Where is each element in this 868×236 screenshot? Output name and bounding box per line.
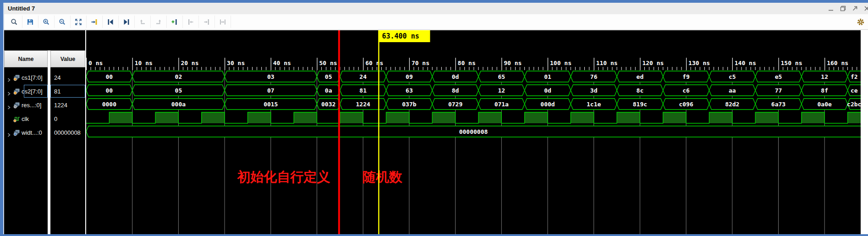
clock-high-fill	[571, 112, 593, 123]
save-icon[interactable]	[22, 16, 38, 28]
bus-value: 0a0e	[818, 101, 832, 108]
bus-orange-icon	[13, 74, 20, 83]
clock-high-fill	[525, 112, 548, 123]
bus-value: 000d	[540, 101, 555, 108]
go-to-last-time-icon[interactable]	[119, 16, 135, 28]
bus-value: 8f	[821, 87, 828, 94]
bus-value: 0d	[544, 87, 551, 94]
bus-value: 82d2	[725, 101, 739, 108]
expand-chevron-icon[interactable]	[7, 103, 11, 111]
window-title: Untitled 7	[8, 5, 35, 12]
restore-icon[interactable]	[840, 5, 846, 11]
waveform-canvas[interactable]: 0 ns10 ns20 ns30 ns40 ns50 ns60 ns70 ns8…	[86, 30, 861, 236]
clock-high-fill	[432, 112, 455, 123]
bus-value: 63	[406, 87, 413, 94]
clock-high-fill	[155, 112, 178, 123]
clock-high-fill	[386, 112, 409, 123]
bus-value: 12	[821, 73, 828, 80]
find-icon[interactable]	[6, 16, 22, 28]
previous-marker-icon[interactable]	[183, 16, 199, 28]
bus-value: 0729	[448, 101, 462, 108]
titlebar[interactable]: Untitled 7	[4, 3, 868, 15]
signal-name: clk	[22, 112, 29, 126]
clock-high-fill	[247, 112, 270, 123]
bus-value: 3d	[590, 87, 598, 94]
bus-value: 81	[359, 87, 367, 94]
bus-value: 8c	[637, 87, 644, 94]
wave-row-widt...:0: 00000008	[86, 126, 861, 137]
minimize-icon[interactable]	[828, 5, 834, 11]
bus-gray-icon	[13, 102, 20, 110]
bus-value: 77	[775, 87, 782, 94]
signal-row-widt...:0[interactable]: widt...:000000008	[4, 126, 85, 139]
selected-value-outline	[50, 85, 85, 98]
signal-row-res...:0][interactable]: res...:0]1224	[4, 99, 85, 112]
bus-value: 0000	[102, 101, 116, 108]
zoom-to-cursor-icon[interactable]	[87, 16, 103, 28]
clock-icon	[13, 115, 20, 124]
annotation-text: 随机数	[363, 169, 402, 185]
bus-value: 07	[267, 87, 275, 94]
clock-high-fill	[802, 112, 824, 123]
svg-text:0 ns: 0 ns	[88, 60, 103, 66]
zoom-in-icon[interactable]	[38, 16, 55, 28]
bus-value: ed	[637, 73, 644, 80]
bus-value: 000a	[171, 101, 186, 108]
bus-value: 6a73	[771, 101, 786, 108]
bus-value: c096	[679, 101, 693, 108]
selected-name-outline	[24, 85, 48, 98]
signal-row-clk[interactable]: clk0	[4, 112, 85, 126]
bus-value: 819c	[633, 101, 647, 108]
close-icon[interactable]	[864, 5, 868, 11]
annotations: 初始化自行定义随机数	[236, 169, 402, 185]
name-column-header[interactable]: Name	[4, 50, 48, 67]
signal-value: 00000008	[54, 126, 81, 139]
go-to-time-0-icon[interactable]	[103, 16, 119, 28]
clock-high-fill	[478, 112, 501, 123]
zoom-fit-icon[interactable]	[71, 16, 87, 28]
signal-name: cs1[7:0]	[22, 71, 43, 84]
clock-high-fill	[109, 112, 132, 123]
next-transition-icon[interactable]	[151, 16, 167, 28]
bus-value: 05	[175, 87, 182, 94]
value-column-header[interactable]: Value	[50, 50, 85, 67]
add-marker-icon[interactable]	[167, 16, 183, 28]
settings-gear-icon[interactable]	[855, 16, 866, 27]
signal-name: res...:0]	[22, 99, 41, 112]
bus-value: 01	[544, 73, 551, 80]
svg-text:110 ns: 110 ns	[596, 60, 618, 66]
wave-row-cs1[7:0]: 0002030524090d650176edf9c5e512f2	[86, 71, 861, 82]
expand-chevron-icon[interactable]	[7, 76, 11, 84]
svg-text:20 ns: 20 ns	[181, 60, 198, 66]
svg-text:120 ns: 120 ns	[642, 60, 664, 66]
clock-high-fill	[294, 112, 317, 123]
cursor-time-label: 63.400 ns	[382, 32, 419, 40]
window-border-left	[0, 0, 3, 236]
time-axis: 0 ns10 ns20 ns30 ns40 ns50 ns60 ns70 ns8…	[87, 58, 857, 70]
bus-value: c5	[729, 73, 736, 80]
svg-text:40 ns: 40 ns	[273, 60, 291, 66]
zoom-out-icon[interactable]	[55, 16, 71, 28]
expand-chevron-icon[interactable]	[7, 131, 11, 139]
svg-text:80 ns: 80 ns	[458, 60, 476, 66]
bus-value: 037b	[402, 101, 416, 108]
svg-text:90 ns: 90 ns	[504, 60, 522, 66]
bus-value: 0a	[325, 87, 332, 94]
bus-value: 1c1e	[587, 101, 601, 108]
float-icon[interactable]	[852, 5, 858, 11]
signal-row-cs1[7:0][interactable]: cs1[7:0]24	[4, 71, 85, 84]
expand-chevron-icon[interactable]	[7, 89, 11, 98]
wave-row-res...:0]: 0000000a001500321224037b0729071a000d1c1e…	[86, 99, 861, 110]
bus-orange-icon	[13, 88, 20, 97]
bus-value: 09	[406, 73, 413, 80]
bus-value: 8d	[452, 87, 459, 94]
svg-text:150 ns: 150 ns	[781, 60, 802, 66]
bus-value: aa	[729, 87, 736, 94]
bus-value: e5	[775, 73, 782, 80]
svg-text:140 ns: 140 ns	[735, 60, 756, 66]
swap-cursors-icon[interactable]	[215, 16, 231, 28]
bus-value: 00	[106, 73, 113, 80]
next-marker-icon[interactable]	[199, 16, 215, 28]
previous-transition-icon[interactable]	[135, 16, 151, 28]
bus-value: 24	[359, 73, 367, 80]
